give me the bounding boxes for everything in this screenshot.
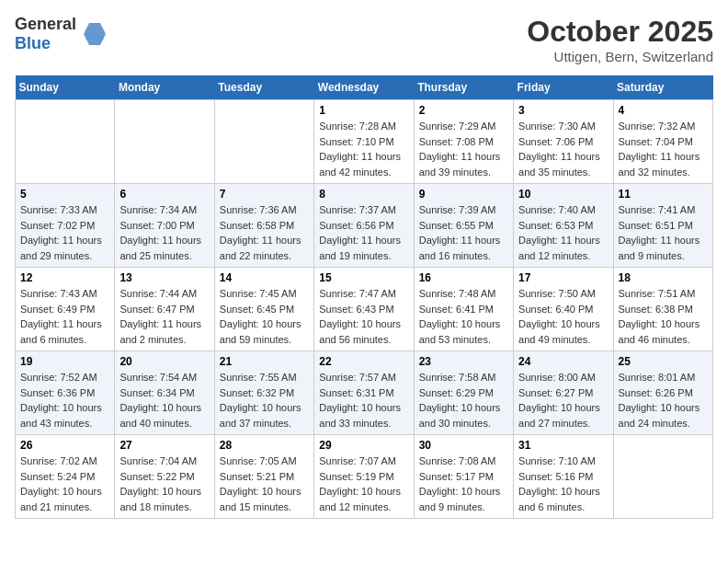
calendar-cell: 10Sunrise: 7:40 AMSunset: 6:53 PMDayligh… bbox=[514, 184, 613, 268]
calendar-cell: 17Sunrise: 7:50 AMSunset: 6:40 PMDayligh… bbox=[514, 268, 613, 351]
calendar-cell bbox=[16, 100, 115, 184]
day-number: 27 bbox=[119, 439, 209, 452]
day-info: Sunrise: 7:10 AMSunset: 5:16 PMDaylight:… bbox=[518, 454, 608, 514]
day-number: 14 bbox=[220, 271, 309, 284]
day-number: 7 bbox=[220, 188, 309, 201]
calendar-cell: 12Sunrise: 7:43 AMSunset: 6:49 PMDayligh… bbox=[16, 268, 115, 351]
day-number: 31 bbox=[518, 439, 608, 452]
day-info: Sunrise: 7:39 AMSunset: 6:55 PMDaylight:… bbox=[419, 202, 508, 263]
day-info: Sunrise: 7:41 AMSunset: 6:51 PMDaylight:… bbox=[619, 202, 708, 263]
day-info: Sunrise: 7:57 AMSunset: 6:31 PMDaylight:… bbox=[319, 370, 408, 431]
calendar-week-row: 12Sunrise: 7:43 AMSunset: 6:49 PMDayligh… bbox=[16, 268, 713, 351]
month-title: October 2025 bbox=[527, 15, 713, 49]
day-info: Sunrise: 7:30 AMSunset: 7:06 PMDaylight:… bbox=[518, 119, 608, 179]
day-number: 9 bbox=[419, 188, 508, 201]
calendar-cell: 9Sunrise: 7:39 AMSunset: 6:55 PMDaylight… bbox=[414, 184, 513, 268]
day-info: Sunrise: 7:48 AMSunset: 6:41 PMDaylight:… bbox=[419, 286, 508, 347]
day-info: Sunrise: 7:05 AMSunset: 5:21 PMDaylight:… bbox=[220, 454, 309, 514]
calendar-cell: 13Sunrise: 7:44 AMSunset: 6:47 PMDayligh… bbox=[115, 268, 214, 351]
day-info: Sunrise: 7:44 AMSunset: 6:47 PMDaylight:… bbox=[119, 286, 209, 347]
calendar-week-row: 19Sunrise: 7:52 AMSunset: 6:36 PMDayligh… bbox=[16, 351, 713, 435]
day-number: 6 bbox=[119, 188, 209, 201]
day-number: 21 bbox=[220, 355, 309, 368]
day-number: 1 bbox=[319, 104, 408, 117]
calendar-cell: 28Sunrise: 7:05 AMSunset: 5:21 PMDayligh… bbox=[214, 435, 313, 519]
day-of-week-header: Thursday bbox=[414, 75, 513, 100]
calendar-cell: 30Sunrise: 7:08 AMSunset: 5:17 PMDayligh… bbox=[414, 435, 513, 519]
calendar-cell: 25Sunrise: 8:01 AMSunset: 6:26 PMDayligh… bbox=[613, 351, 712, 435]
day-info: Sunrise: 7:45 AMSunset: 6:45 PMDaylight:… bbox=[220, 286, 309, 347]
day-number: 15 bbox=[319, 271, 408, 284]
title-block: October 2025 Uttigen, Bern, Switzerland bbox=[527, 15, 713, 64]
calendar-cell: 3Sunrise: 7:30 AMSunset: 7:06 PMDaylight… bbox=[514, 100, 613, 184]
day-info: Sunrise: 7:43 AMSunset: 6:49 PMDaylight:… bbox=[20, 286, 109, 347]
day-info: Sunrise: 7:55 AMSunset: 6:32 PMDaylight:… bbox=[220, 370, 309, 431]
day-info: Sunrise: 7:36 AMSunset: 6:58 PMDaylight:… bbox=[220, 202, 309, 263]
day-number: 12 bbox=[20, 271, 109, 284]
calendar-cell: 14Sunrise: 7:45 AMSunset: 6:45 PMDayligh… bbox=[214, 268, 313, 351]
day-number: 11 bbox=[619, 188, 708, 201]
day-info: Sunrise: 7:40 AMSunset: 6:53 PMDaylight:… bbox=[518, 202, 608, 263]
calendar-cell: 8Sunrise: 7:37 AMSunset: 6:56 PMDaylight… bbox=[314, 184, 414, 268]
day-number: 17 bbox=[518, 271, 608, 284]
day-info: Sunrise: 7:58 AMSunset: 6:29 PMDaylight:… bbox=[419, 370, 508, 431]
calendar-week-row: 26Sunrise: 7:02 AMSunset: 5:24 PMDayligh… bbox=[16, 435, 713, 519]
day-number: 25 bbox=[619, 355, 708, 368]
day-of-week-header: Wednesday bbox=[314, 75, 414, 100]
calendar-cell: 22Sunrise: 7:57 AMSunset: 6:31 PMDayligh… bbox=[314, 351, 414, 435]
calendar-cell: 29Sunrise: 7:07 AMSunset: 5:19 PMDayligh… bbox=[314, 435, 414, 519]
calendar-cell: 16Sunrise: 7:48 AMSunset: 6:41 PMDayligh… bbox=[414, 268, 513, 351]
day-info: Sunrise: 8:01 AMSunset: 6:26 PMDaylight:… bbox=[619, 370, 708, 431]
calendar-cell: 20Sunrise: 7:54 AMSunset: 6:34 PMDayligh… bbox=[115, 351, 214, 435]
calendar-cell: 11Sunrise: 7:41 AMSunset: 6:51 PMDayligh… bbox=[613, 184, 712, 268]
day-number: 22 bbox=[319, 355, 408, 368]
day-info: Sunrise: 7:08 AMSunset: 5:17 PMDaylight:… bbox=[419, 454, 508, 514]
day-number: 29 bbox=[319, 439, 408, 452]
calendar-cell: 19Sunrise: 7:52 AMSunset: 6:36 PMDayligh… bbox=[16, 351, 115, 435]
calendar-cell: 18Sunrise: 7:51 AMSunset: 6:38 PMDayligh… bbox=[613, 268, 712, 351]
day-info: Sunrise: 7:50 AMSunset: 6:40 PMDaylight:… bbox=[518, 286, 608, 347]
day-info: Sunrise: 7:34 AMSunset: 7:00 PMDaylight:… bbox=[119, 202, 209, 263]
calendar-cell bbox=[115, 100, 214, 184]
day-info: Sunrise: 7:33 AMSunset: 7:02 PMDaylight:… bbox=[20, 202, 109, 263]
calendar-cell bbox=[613, 435, 712, 519]
day-info: Sunrise: 7:32 AMSunset: 7:04 PMDaylight:… bbox=[619, 119, 708, 179]
day-number: 24 bbox=[518, 355, 608, 368]
day-number: 19 bbox=[20, 355, 109, 368]
calendar-cell bbox=[214, 100, 313, 184]
calendar-cell: 26Sunrise: 7:02 AMSunset: 5:24 PMDayligh… bbox=[16, 435, 115, 519]
calendar-cell: 24Sunrise: 8:00 AMSunset: 6:27 PMDayligh… bbox=[514, 351, 613, 435]
day-number: 5 bbox=[20, 188, 109, 201]
day-number: 8 bbox=[319, 188, 408, 201]
day-of-week-header: Saturday bbox=[613, 75, 712, 100]
calendar-cell: 5Sunrise: 7:33 AMSunset: 7:02 PMDaylight… bbox=[16, 184, 115, 268]
calendar-cell: 4Sunrise: 7:32 AMSunset: 7:04 PMDaylight… bbox=[613, 100, 712, 184]
calendar-week-row: 1Sunrise: 7:28 AMSunset: 7:10 PMDaylight… bbox=[16, 100, 713, 184]
logo-text: General Blue bbox=[15, 15, 76, 53]
day-of-week-header: Friday bbox=[514, 75, 613, 100]
day-info: Sunrise: 7:02 AMSunset: 5:24 PMDaylight:… bbox=[20, 454, 109, 514]
page-header: General Blue October 2025 Uttigen, Bern,… bbox=[15, 15, 713, 64]
day-number: 30 bbox=[419, 439, 508, 452]
day-info: Sunrise: 7:07 AMSunset: 5:19 PMDaylight:… bbox=[319, 454, 408, 514]
calendar-cell: 7Sunrise: 7:36 AMSunset: 6:58 PMDaylight… bbox=[214, 184, 313, 268]
location-title: Uttigen, Bern, Switzerland bbox=[527, 49, 713, 64]
logo-general: General bbox=[15, 15, 76, 33]
logo: General Blue bbox=[15, 15, 109, 53]
logo-blue: Blue bbox=[15, 34, 51, 52]
day-info: Sunrise: 8:00 AMSunset: 6:27 PMDaylight:… bbox=[518, 370, 608, 431]
calendar-cell: 1Sunrise: 7:28 AMSunset: 7:10 PMDaylight… bbox=[314, 100, 414, 184]
calendar-cell: 2Sunrise: 7:29 AMSunset: 7:08 PMDaylight… bbox=[414, 100, 513, 184]
day-number: 26 bbox=[20, 439, 109, 452]
day-of-week-header: Monday bbox=[115, 75, 214, 100]
day-number: 16 bbox=[419, 271, 508, 284]
calendar-header-row: SundayMondayTuesdayWednesdayThursdayFrid… bbox=[16, 75, 713, 100]
day-number: 4 bbox=[619, 104, 708, 117]
calendar-table: SundayMondayTuesdayWednesdayThursdayFrid… bbox=[15, 75, 713, 519]
calendar-cell: 6Sunrise: 7:34 AMSunset: 7:00 PMDaylight… bbox=[115, 184, 214, 268]
calendar-cell: 21Sunrise: 7:55 AMSunset: 6:32 PMDayligh… bbox=[214, 351, 313, 435]
calendar-cell: 15Sunrise: 7:47 AMSunset: 6:43 PMDayligh… bbox=[314, 268, 414, 351]
day-info: Sunrise: 7:54 AMSunset: 6:34 PMDaylight:… bbox=[119, 370, 209, 431]
day-info: Sunrise: 7:28 AMSunset: 7:10 PMDaylight:… bbox=[319, 119, 408, 179]
day-number: 18 bbox=[619, 271, 708, 284]
